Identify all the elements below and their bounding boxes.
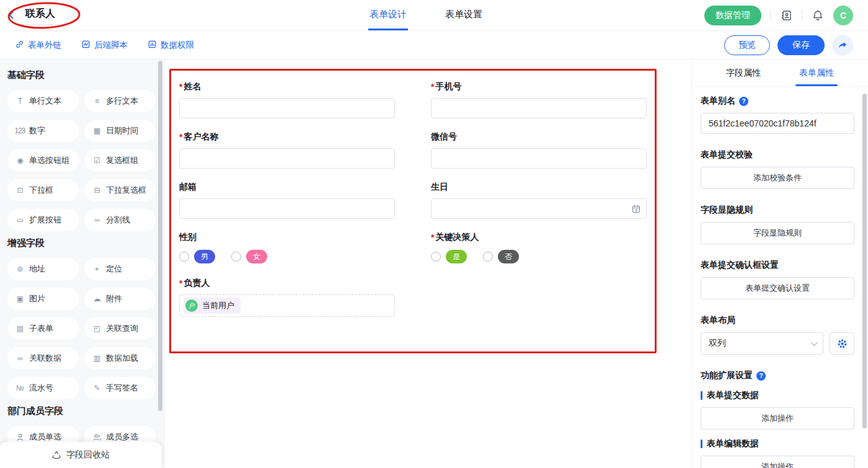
gender-option-男[interactable]: 男: [179, 250, 215, 263]
field-label: *负责人: [179, 278, 395, 289]
key-decision-maker-option-是[interactable]: 是: [431, 250, 467, 263]
user-avatar-icon: 户: [185, 299, 198, 312]
recycle-bin-label: 字段回收站: [66, 449, 110, 461]
form-field-birthday: 生日: [431, 182, 647, 219]
toolbar-link-后端脚本[interactable]: 后端脚本: [81, 40, 128, 51]
field-pill-number[interactable]: 123数字: [7, 120, 79, 142]
preview-button[interactable]: 预览: [724, 35, 770, 55]
wechat-input[interactable]: [431, 148, 647, 169]
email-input[interactable]: [179, 198, 395, 219]
submit-validation-button[interactable]: 添加校验条件: [701, 167, 854, 189]
toolbar-link-表单外链[interactable]: 表单外链: [15, 40, 61, 51]
field-pill-label: 地址: [29, 263, 45, 275]
help-icon[interactable]: ?: [739, 97, 748, 106]
header-tab-表单设计[interactable]: 表单设计: [368, 0, 408, 30]
share-button[interactable]: [832, 35, 853, 56]
field-pill-image[interactable]: ▣图片: [7, 288, 79, 310]
radio-icon[interactable]: [431, 252, 441, 262]
phone-input[interactable]: [431, 98, 647, 118]
help-icon[interactable]: ?: [756, 371, 766, 381]
name-input[interactable]: [179, 98, 395, 118]
page-title[interactable]: 联系人: [22, 6, 59, 25]
divider: [770, 10, 771, 21]
text-single-icon: T: [14, 97, 26, 105]
panel-body: 表单别名 ? 561f2c1ee07020c1f78b124f 表单提交校验添加…: [692, 87, 868, 468]
designer-body: 基础字段T单行文本≡多行文本123数字▦日期时间◉单选按钮组☑复选框组⊡下拉框⊟…: [0, 60, 868, 468]
form-field-key-decision-maker: *关键决策人是否: [431, 232, 647, 265]
recycle-icon: [51, 450, 61, 460]
save-button[interactable]: 保存: [777, 35, 825, 55]
member-single-icon: [14, 433, 26, 442]
field-label: 微信号: [431, 131, 647, 143]
datetime-icon: ▦: [91, 126, 103, 135]
radio-icon[interactable]: [179, 252, 189, 262]
field-pill-divider[interactable]: ═分割线: [84, 209, 156, 231]
panel-scrollbar[interactable]: [862, 94, 867, 428]
form-canvas[interactable]: *姓名*手机号*客户名称微信号邮箱生日性别男女*关键决策人是否*负责人户当前用户: [164, 60, 691, 468]
header-tab-表单设置[interactable]: 表单设置: [444, 0, 484, 30]
panel-tab-字段属性[interactable]: 字段属性: [726, 60, 761, 86]
radio-icon[interactable]: [231, 252, 241, 262]
field-pill-relation-data[interactable]: ∞关联数据: [7, 347, 79, 369]
field-pill-data-load[interactable]: ▥数据加载: [84, 347, 156, 369]
layout-settings-button[interactable]: [830, 332, 854, 355]
radio-icon[interactable]: [483, 252, 493, 262]
checkbox-group-icon: ☑: [91, 156, 103, 165]
field-pill-attachment[interactable]: ☁附件: [84, 288, 156, 310]
form-layout-select[interactable]: 双列: [701, 332, 823, 355]
field-pill-subform[interactable]: ▤子表单: [7, 317, 79, 340]
gender-option-女[interactable]: 女: [231, 250, 267, 263]
field-pill-checkbox-group[interactable]: ☑复选框组: [84, 149, 156, 172]
toolbar-link-label: 表单外链: [28, 40, 61, 51]
edit-data-add-button[interactable]: 添加操作: [701, 456, 854, 468]
form-layout-value: 双列: [709, 338, 726, 349]
address-book-icon[interactable]: [779, 9, 793, 22]
field-pill-signature[interactable]: ✎手写签名: [84, 377, 156, 399]
attachment-icon: ☁: [91, 294, 103, 303]
key-decision-maker-option-否[interactable]: 否: [483, 250, 519, 263]
field-pill-relation-query[interactable]: ◰关联查询: [84, 317, 156, 340]
field-pill-datetime[interactable]: ▦日期时间: [84, 120, 156, 142]
form-field-name: *姓名: [179, 81, 395, 118]
customer-name-input[interactable]: [179, 148, 395, 169]
field-recycle-bin[interactable]: 字段回收站: [0, 442, 161, 468]
owner-user-select[interactable]: 户当前用户: [179, 294, 395, 317]
submit-data-add-button[interactable]: 添加操作: [701, 407, 854, 430]
data-load-icon: ▥: [91, 354, 103, 363]
field-label-text: 姓名: [184, 81, 201, 92]
field-pill-multi-line-text[interactable]: ≡多行文本: [84, 90, 156, 112]
birthday-input[interactable]: [431, 198, 647, 219]
field-pill-label: 分割线: [106, 214, 130, 226]
field-pill-single-line-text[interactable]: T单行文本: [7, 90, 79, 112]
field-pill-radio-group[interactable]: ◉单选按钮组: [7, 149, 79, 172]
toolbar-link-数据权限[interactable]: 数据权限: [148, 40, 194, 51]
relation-query-icon: ◰: [91, 324, 103, 333]
form-alias-input[interactable]: 561f2c1ee07020c1f78b124f: [701, 113, 854, 134]
form-field-customer-name: *客户名称: [179, 131, 395, 169]
field-pill-serial-number[interactable]: №流水号: [7, 377, 79, 399]
field-pill-address[interactable]: ⊚地址: [7, 258, 79, 280]
panel-tab-表单属性[interactable]: 表单属性: [799, 60, 834, 86]
field-pill-extend-button[interactable]: ▭扩展按钮: [7, 209, 79, 231]
field-pill-multi-select[interactable]: ⊟下拉复选框: [84, 179, 156, 201]
form-field-gender: 性别男女: [179, 232, 395, 265]
data-manage-button[interactable]: 数据管理: [704, 6, 761, 25]
chevron-down-icon: [811, 339, 818, 346]
text-multi-icon: ≡: [91, 97, 103, 105]
signature-icon: ✎: [91, 384, 103, 392]
extension-settings-section: 功能扩展设置 ? 表单提交数据添加操作表单编辑数据添加操作: [701, 370, 854, 468]
back-icon[interactable]: [9, 11, 17, 19]
option-pill-label: 是: [446, 250, 467, 263]
user-avatar[interactable]: C: [833, 6, 853, 25]
submit-confirm-button[interactable]: 表单提交确认设置: [701, 277, 854, 299]
field-pill-locate[interactable]: ⌖定位: [84, 258, 156, 280]
gear-icon: [837, 338, 848, 349]
key-decision-maker-radio-group: 是否: [431, 249, 647, 265]
extension-group-submit-data: 表单提交数据添加操作: [701, 390, 854, 430]
sidebar-scrollbar[interactable]: [158, 61, 162, 411]
field-pill-label: 下拉复选框: [106, 185, 146, 196]
notification-bell-icon[interactable]: [811, 9, 825, 22]
field-pill-select[interactable]: ⊡下拉框: [7, 179, 79, 201]
field-visibility-button[interactable]: 字段显隐规则: [701, 222, 854, 244]
sidebar-section-title: 基础字段: [7, 69, 164, 81]
